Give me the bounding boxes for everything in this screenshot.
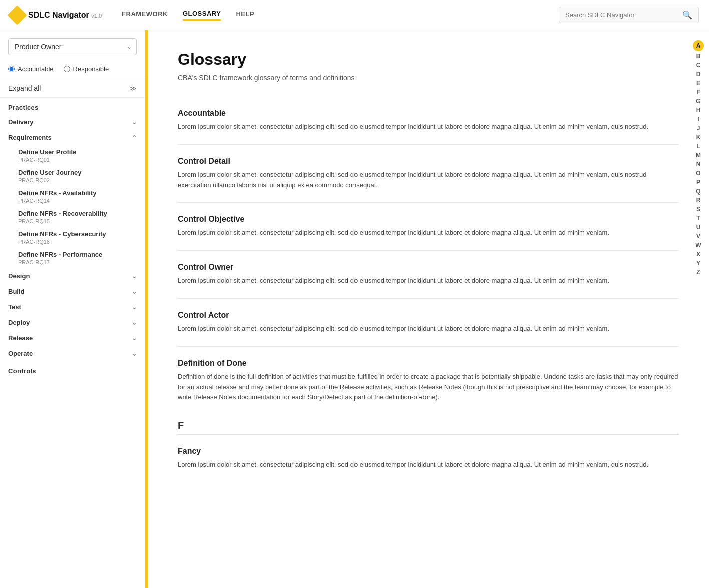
logo-area: SDLC Navigator v1.0 — [10, 8, 102, 22]
release-label: Release — [8, 334, 33, 342]
main-nav: FRAMEWORK GLOSSARY HELP — [122, 10, 559, 21]
search-input[interactable] — [565, 11, 682, 19]
alpha-g[interactable]: G — [693, 97, 704, 105]
sidebar-item-delivery[interactable]: Delivery ⌄ — [0, 114, 145, 130]
accountable-radio[interactable] — [8, 66, 15, 72]
nav-glossary[interactable]: GLOSSARY — [183, 10, 221, 21]
sidebar-item-operate[interactable]: Operate ⌄ — [0, 346, 145, 361]
page-title: Glossary — [178, 50, 679, 69]
alpha-y[interactable]: Y — [693, 259, 704, 267]
radio-group: Accountable Responsible — [0, 61, 145, 79]
glossary-entry-accountable: Accountable Lorem ipsum dolor sit amet, … — [178, 97, 679, 145]
alphabet-nav: A B C D E F G H I J K L M N O P Q R S T … — [693, 40, 704, 276]
alpha-u[interactable]: U — [693, 223, 704, 231]
chevron-down-icon: ⌄ — [132, 288, 137, 295]
glossary-term: Control Objective — [178, 215, 679, 224]
sidebar-item-release[interactable]: Release ⌄ — [0, 330, 145, 346]
alpha-a[interactable]: A — [693, 40, 704, 51]
sidebar-item-deploy[interactable]: Deploy ⌄ — [0, 315, 145, 330]
glossary-term: Control Detail — [178, 157, 679, 166]
app-body: Product Owner Developer Designer QA ⌄ Ac… — [0, 30, 709, 588]
accountable-radio-label[interactable]: Accountable — [8, 65, 54, 73]
deploy-label: Deploy — [8, 319, 30, 326]
alpha-q[interactable]: Q — [693, 187, 704, 195]
responsible-radio[interactable] — [64, 66, 70, 72]
sidebar-subitem-define-user-profile[interactable]: Define User Profile PRAC-RQ01 — [0, 145, 145, 166]
test-label: Test — [8, 303, 21, 311]
alpha-o[interactable]: O — [693, 169, 704, 177]
sidebar-item-requirements[interactable]: Requirements ⌃ — [0, 130, 145, 145]
glossary-entry-fancy: Fancy Lorem ipsum dolor sit amet, consec… — [178, 435, 679, 482]
chevron-down-icon: ⌄ — [132, 319, 137, 326]
alpha-j[interactable]: J — [693, 124, 704, 132]
alpha-l[interactable]: L — [693, 142, 704, 150]
logo-text: SDLC Navigator v1.0 — [28, 11, 102, 20]
sidebar-subitem-define-user-journey[interactable]: Define User Journey PRAC-RQ02 — [0, 166, 145, 186]
glossary-term: Accountable — [178, 109, 679, 118]
logo-version: v1.0 — [91, 13, 102, 19]
alpha-b[interactable]: B — [693, 52, 704, 60]
glossary-term: Control Actor — [178, 311, 679, 320]
search-icon: 🔍 — [682, 10, 692, 20]
alpha-f[interactable]: F — [693, 88, 704, 96]
sidebar-subitem-define-nfrs-recoverability[interactable]: Define NFRs - Recoverability PRAC-RQ15 — [0, 207, 145, 227]
alpha-i[interactable]: I — [693, 115, 704, 123]
page-subtitle: CBA's SDLC framework glossary of terms a… — [178, 74, 679, 82]
subitem-title: Define User Profile — [18, 148, 137, 156]
glossary-definition: Lorem ipsum dolor sit amet, consectetur … — [178, 460, 679, 470]
alpha-c[interactable]: C — [693, 61, 704, 69]
responsible-label: Responsible — [73, 65, 109, 73]
controls-header: Controls — [0, 361, 145, 378]
requirements-label: Requirements — [8, 134, 52, 141]
subitem-title: Define NFRs - Performance — [18, 251, 137, 258]
expand-all-label: Expand all — [8, 84, 41, 92]
accountable-label: Accountable — [18, 65, 54, 73]
expand-all-icon: ≫ — [129, 84, 137, 92]
alpha-w[interactable]: W — [693, 241, 704, 249]
alpha-r[interactable]: R — [693, 196, 704, 204]
main-content: Glossary CBA's SDLC framework glossary o… — [148, 30, 709, 588]
expand-all-row[interactable]: Expand all ≫ — [0, 79, 145, 98]
search-area[interactable]: 🔍 — [559, 7, 699, 23]
sidebar-item-design[interactable]: Design ⌄ — [0, 268, 145, 284]
sidebar-item-build[interactable]: Build ⌄ — [0, 284, 145, 299]
alpha-d[interactable]: D — [693, 70, 704, 78]
alpha-s[interactable]: S — [693, 205, 704, 213]
glossary-definition: Lorem ipsum dolor sit amet, consectetur … — [178, 228, 679, 238]
glossary-definition: Definition of done is the full definitio… — [178, 372, 679, 403]
alpha-n[interactable]: N — [693, 160, 704, 168]
sidebar-subitem-define-nfrs-availability[interactable]: Define NFRs - Availability PRAC-RQ14 — [0, 186, 145, 207]
nav-help[interactable]: HELP — [236, 10, 254, 20]
glossary-definition: Lorem ipsum dolor sit amet, consectetur … — [178, 170, 679, 191]
alpha-z[interactable]: Z — [693, 268, 704, 276]
chevron-down-icon: ⌄ — [132, 273, 137, 280]
alpha-v[interactable]: V — [693, 232, 704, 240]
alpha-m[interactable]: M — [693, 151, 704, 159]
sidebar-subitem-define-nfrs-performance[interactable]: Define NFRs - Performance PRAC-RQ17 — [0, 248, 145, 268]
alpha-t[interactable]: T — [693, 214, 704, 222]
role-dropdown[interactable]: Product Owner Developer Designer QA — [8, 38, 137, 55]
section-letter-f: F — [178, 415, 679, 435]
nav-framework[interactable]: FRAMEWORK — [122, 10, 168, 20]
alpha-k[interactable]: K — [693, 133, 704, 141]
alpha-x[interactable]: X — [693, 250, 704, 258]
role-dropdown-wrapper[interactable]: Product Owner Developer Designer QA ⌄ — [8, 38, 137, 55]
glossary-definition: Lorem ipsum dolor sit amet, consectetur … — [178, 122, 679, 132]
alpha-p[interactable]: P — [693, 178, 704, 186]
glossary-entry-definition-of-done: Definition of Done Definition of done is… — [178, 347, 679, 415]
sidebar-subitem-define-nfrs-cybersecurity[interactable]: Define NFRs - Cybersecurity PRAC-RQ16 — [0, 227, 145, 248]
chevron-up-icon: ⌃ — [132, 134, 137, 141]
build-label: Build — [8, 288, 25, 295]
responsible-radio-label[interactable]: Responsible — [64, 65, 109, 73]
subitem-code: PRAC-RQ15 — [18, 218, 137, 224]
glossary-entries-a: Accountable Lorem ipsum dolor sit amet, … — [178, 97, 679, 415]
glossary-term: Control Owner — [178, 263, 679, 272]
alpha-e[interactable]: E — [693, 79, 704, 87]
chevron-down-icon: ⌄ — [132, 304, 137, 311]
sidebar-item-test[interactable]: Test ⌄ — [0, 299, 145, 315]
alpha-h[interactable]: H — [693, 106, 704, 114]
subitem-code: PRAC-RQ17 — [18, 259, 137, 265]
glossary-term: Definition of Done — [178, 359, 679, 368]
delivery-label: Delivery — [8, 118, 34, 126]
glossary-term: Fancy — [178, 447, 679, 456]
